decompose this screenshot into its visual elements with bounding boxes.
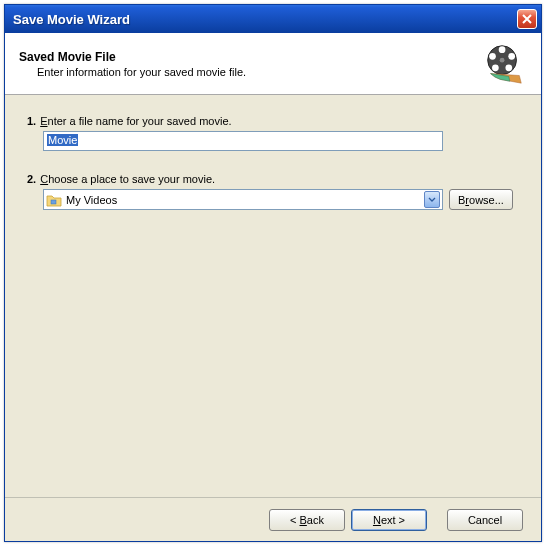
window-title: Save Movie Wizard [13, 12, 517, 27]
svg-point-6 [500, 57, 505, 62]
titlebar: Save Movie Wizard [5, 5, 541, 33]
back-button[interactable]: < Back [269, 509, 345, 531]
close-button[interactable] [517, 9, 537, 29]
content-area: 1. Enter a file name for your saved movi… [5, 95, 541, 497]
header-subtitle: Enter information for your saved movie f… [19, 66, 481, 78]
browse-button[interactable]: Browse... [449, 189, 513, 210]
header-text: Saved Movie File Enter information for y… [19, 50, 481, 78]
svg-point-5 [489, 52, 496, 59]
svg-point-1 [499, 46, 506, 53]
chevron-down-icon [424, 191, 440, 208]
folder-icon [46, 193, 62, 207]
cancel-button[interactable]: Cancel [447, 509, 523, 531]
close-icon [522, 14, 532, 24]
save-location-row: My Videos Browse... [43, 189, 519, 210]
footer-buttons: < Back Next > Cancel [5, 497, 541, 541]
step2-label: Choose a place to save your movie. [40, 173, 215, 185]
step1-row: 1. Enter a file name for your saved movi… [27, 115, 519, 127]
step2-row: 2. Choose a place to save your movie. [27, 173, 519, 185]
filename-value: Movie [47, 134, 78, 146]
dropdown-selected-label: My Videos [66, 194, 424, 206]
header-title: Saved Movie File [19, 50, 481, 64]
step1-number: 1. [27, 115, 36, 127]
svg-point-3 [505, 64, 512, 71]
svg-rect-7 [51, 200, 56, 204]
header-panel: Saved Movie File Enter information for y… [5, 33, 541, 95]
wizard-window: Save Movie Wizard Saved Movie File Enter… [4, 4, 542, 542]
step2-number: 2. [27, 173, 36, 185]
save-location-dropdown[interactable]: My Videos [43, 189, 443, 210]
filename-input[interactable]: Movie [43, 131, 443, 151]
next-button[interactable]: Next > [351, 509, 427, 531]
step1-label: Enter a file name for your saved movie. [40, 115, 231, 127]
movie-reel-icon [481, 41, 527, 87]
svg-point-2 [508, 52, 515, 59]
svg-point-4 [492, 64, 499, 71]
